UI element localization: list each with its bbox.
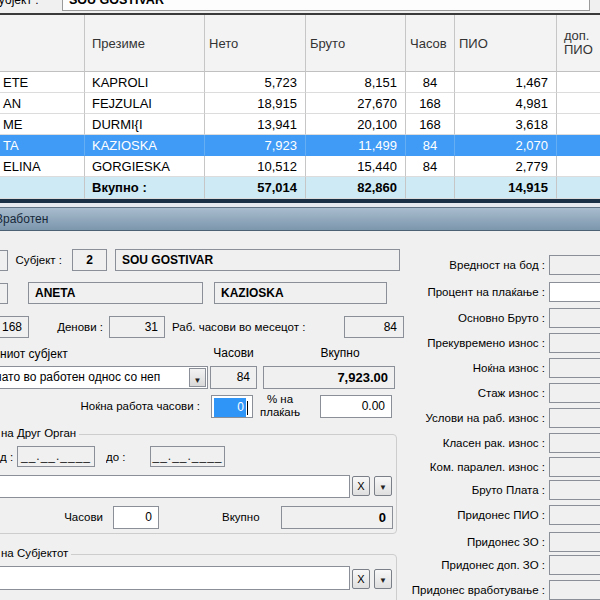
column-header: Нето xyxy=(205,15,306,72)
table-cell: 168 xyxy=(406,114,455,135)
table-cell: 84 xyxy=(406,135,455,156)
other-organ-hours-label: Часови xyxy=(47,506,103,529)
amount-label: Вредност на бод : xyxy=(300,255,545,275)
amount-field xyxy=(549,408,600,428)
date-to-label: до : xyxy=(106,447,132,467)
employees-table: ПрезимеНетоБрутоЧасовПИОдоп.ПИОETEKAPROL… xyxy=(0,15,600,199)
table-cell: 84 xyxy=(406,72,455,93)
column-header: ПИО xyxy=(455,15,557,72)
total-label: Вкупно : xyxy=(85,177,205,199)
table-cell xyxy=(557,72,600,93)
payroll-app-window: { "top_bar": { "label": "Субјект :", "va… xyxy=(0,0,600,600)
table-cell: 3,618 xyxy=(455,114,557,135)
table-cell: 168 xyxy=(406,93,455,114)
amount-label: Стаж износ : xyxy=(300,383,545,403)
amount-label: Придонес доп. ЗО : xyxy=(300,555,545,575)
top-subject-field[interactable]: SOU GOSTIVAR xyxy=(62,0,590,11)
table-row[interactable]: TAKAZIOSKA7,92311,499842,070 xyxy=(0,135,600,156)
subject-org-combobox[interactable] xyxy=(0,566,350,590)
employee-section-title: Вработен xyxy=(0,208,48,231)
amount-field[interactable] xyxy=(549,282,600,302)
cut-field-b xyxy=(0,283,8,304)
amount-field xyxy=(549,308,600,328)
table-cell xyxy=(557,135,600,156)
table-cell: TA xyxy=(0,135,85,156)
employment-section-title: ниот субјект xyxy=(0,347,120,361)
days-field: 31 xyxy=(109,316,165,338)
amount-label: Услови на раб. износ : xyxy=(300,408,545,428)
other-organ-title: на Друг Орган xyxy=(0,427,79,439)
amount-field xyxy=(549,555,600,575)
table-row[interactable]: MEDURMI{I13,94120,1001683,618 xyxy=(0,114,600,135)
amount-field xyxy=(549,358,600,378)
table-cell: FEJZULAI xyxy=(85,93,205,114)
night-hours-label: Ноќна работа часови : xyxy=(40,395,200,418)
table-cell: DURMI{I xyxy=(85,114,205,135)
subject-label: Субјект : xyxy=(0,250,62,271)
other-organ-total-label: Вкупно xyxy=(222,506,276,529)
total-cell xyxy=(406,177,455,199)
amount-field xyxy=(549,383,600,403)
amount-label: Класен рак. износ : xyxy=(300,433,545,453)
table-total-row: Вкупно :57,01482,86014,915 xyxy=(0,177,600,199)
table-cell: KAPROLI xyxy=(85,72,205,93)
amount-field xyxy=(549,532,600,552)
top-subject-strip: Субјект : SOU GOSTIVAR xyxy=(0,0,600,13)
table-cell: 27,670 xyxy=(306,93,406,114)
subject-code-field: 2 xyxy=(72,249,107,271)
subject-org-title: на Субјектот xyxy=(0,547,71,559)
days-label: Денови : xyxy=(30,316,103,338)
other-organ-combobox[interactable] xyxy=(0,475,350,498)
table-header-row: ПрезимеНетоБрутоЧасовПИОдоп.ПИО xyxy=(0,15,600,72)
amount-label: Придонес ПИО : xyxy=(300,505,545,525)
hours-column-header: Часови xyxy=(210,346,257,360)
table-cell: KAZIOSKA xyxy=(85,135,205,156)
amount-label: Прекувремено износ : xyxy=(300,333,545,353)
table-row[interactable]: ANFEJZULAI18,91527,6701684,981 xyxy=(0,93,600,114)
employment-hours-field: 84 xyxy=(210,366,257,389)
table-cell: 13,941 xyxy=(205,114,306,135)
table-row[interactable]: ETEKAPROLI5,7238,151841,467 xyxy=(0,72,600,93)
table-cell: ETE xyxy=(0,72,85,93)
column-header: Бруто xyxy=(306,15,406,72)
amount-field xyxy=(549,505,600,525)
table-cell: 8,151 xyxy=(306,72,406,93)
amount-label: Ноќна износ : xyxy=(300,358,545,378)
cut-hours-field: 168 xyxy=(0,316,29,338)
column-header: Презиме xyxy=(85,15,205,72)
table-cell: ELINA xyxy=(0,156,85,177)
total-cell: 82,860 xyxy=(306,177,406,199)
employee-section-bar: Вработен xyxy=(0,207,600,231)
table-cell: ME xyxy=(0,114,85,135)
column-header xyxy=(0,15,85,72)
other-organ-hours-input[interactable]: 0 xyxy=(113,506,159,529)
table-cell: GORGIESKA xyxy=(85,156,205,177)
table-cell: 7,923 xyxy=(205,135,306,156)
amount-label: Придонес вработување : xyxy=(300,580,545,600)
amount-label: Бруто Плата : xyxy=(300,480,545,500)
date-from-label: д : xyxy=(0,447,14,467)
total-cell xyxy=(0,177,85,199)
employment-type-combobox[interactable]: нато во работен однос со неп ▼ xyxy=(0,366,208,389)
table-cell: 84 xyxy=(406,156,455,177)
employment-type-dropdown-icon[interactable]: ▼ xyxy=(189,368,206,387)
table-row[interactable]: ELINAGORGIESKA10,51215,440842,779 xyxy=(0,156,600,177)
total-cell xyxy=(557,177,600,199)
table-cell: 4,981 xyxy=(455,93,557,114)
date-from-input[interactable]: __.__.____ xyxy=(17,446,95,467)
employment-type-value: нато во работен однос со неп xyxy=(0,370,160,384)
table-cell: 15,440 xyxy=(306,156,406,177)
table-cell: 2,070 xyxy=(455,135,557,156)
amount-field xyxy=(549,580,600,600)
table-cell: 10,512 xyxy=(205,156,306,177)
table-cell: 5,723 xyxy=(205,72,306,93)
amount-field xyxy=(549,457,600,477)
amount-field xyxy=(549,333,600,353)
amount-label: Ком. паралел. износ : xyxy=(300,457,545,477)
amount-label: Придонес ЗО : xyxy=(300,532,545,552)
top-subject-label: Субјект : xyxy=(0,0,39,8)
date-to-input[interactable]: __.__.____ xyxy=(150,446,225,467)
total-cell: 14,915 xyxy=(455,177,557,199)
column-header: Часов xyxy=(406,15,455,72)
column-header: доп.ПИО xyxy=(557,15,600,72)
